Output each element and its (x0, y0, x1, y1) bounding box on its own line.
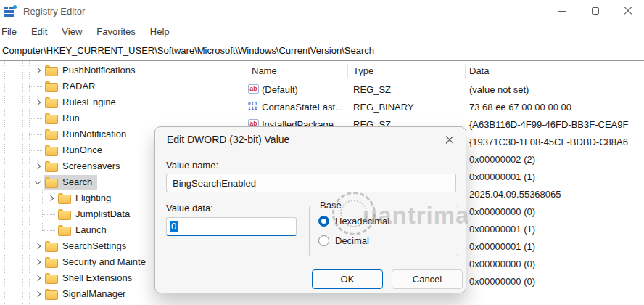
tree-item-rulesengine[interactable]: RulesEngine (0, 94, 244, 110)
folder-icon (45, 145, 57, 155)
folder-icon (45, 81, 57, 91)
chevron-right-icon[interactable] (32, 288, 44, 300)
tree-item-label: RADAR (62, 81, 96, 92)
tree-item-label: SignalManager (62, 288, 125, 299)
folder-icon (45, 289, 57, 298)
folder-icon (45, 273, 57, 282)
ok-button[interactable]: OK (312, 269, 383, 289)
tree-connector (45, 208, 57, 220)
binary-glyph: 110 (248, 106, 259, 110)
cancel-button[interactable]: Cancel (392, 269, 463, 289)
value-data: 0x00000002 (2) (469, 154, 535, 165)
tree-item-label: Run (62, 113, 80, 123)
selected-text: 0 (170, 221, 178, 232)
table-row[interactable]: ab (Default) REG_SZ (value not set) (244, 81, 644, 98)
value-data: {A63B116D-4F99-46FD-BB3F-CEA9F (469, 119, 628, 130)
ab-glyph: ab (249, 85, 257, 92)
value-data: 0x00000001 (1) (469, 224, 535, 235)
chevron-down-icon[interactable] (32, 176, 44, 188)
close-button[interactable] (611, 0, 644, 22)
table-row[interactable]: 011110 CortanaStateLast... REG_BINARY 73… (244, 98, 644, 115)
chevron-right-icon[interactable] (32, 272, 44, 284)
column-separator[interactable] (465, 64, 466, 78)
value-name-label: Value name: (166, 160, 218, 171)
column-header-name[interactable]: Name (252, 65, 277, 76)
tree-connector (32, 81, 44, 92)
value-name-field[interactable] (166, 174, 456, 192)
column-header-type[interactable]: Type (353, 65, 373, 76)
window-title: Registry Editor (23, 6, 85, 17)
tree-item-label: Launch (75, 224, 107, 235)
menu-edit[interactable]: Edit (24, 22, 54, 41)
chevron-right-icon[interactable] (32, 256, 44, 268)
tree-connector (45, 224, 57, 236)
value-data: 2025.04.09.55368065 (469, 189, 561, 200)
folder-icon (45, 241, 57, 251)
edit-dword-dialog: Edit DWORD (32-bit) Value Value name: Va… (154, 126, 466, 293)
base-groupbox: Base Hexadecimal Decimal (309, 206, 458, 256)
window-controls (546, 0, 644, 22)
folder-icon (45, 113, 57, 123)
chevron-right-icon[interactable] (32, 65, 44, 76)
dialog-close-button[interactable] (445, 136, 454, 145)
radio-unselected-icon (318, 235, 329, 246)
minimize-icon (558, 11, 566, 12)
registry-editor-app-icon (4, 5, 17, 17)
column-header-data[interactable]: Data (469, 65, 489, 76)
tree-item-label: SearchSettings (62, 240, 126, 251)
tree-item-label: RunNotification (62, 129, 126, 139)
menu-bar: File Edit View Favorites Help (0, 22, 644, 41)
value-type: REG_BINARY (353, 102, 414, 113)
folder-icon (45, 177, 57, 187)
folder-icon (45, 161, 57, 171)
base-group-label: Base (316, 200, 345, 211)
folder-icon (45, 257, 57, 267)
value-data: 0x00000000 (0) (469, 259, 535, 269)
maximize-button[interactable] (579, 0, 611, 22)
value-data: 0x00000000 (0) (469, 276, 535, 287)
tree-item-label: Shell Extensions (62, 272, 132, 283)
menu-view[interactable]: View (54, 22, 89, 41)
radio-hexadecimal[interactable]: Hexadecimal (318, 216, 389, 227)
tree-item-label: Flighting (75, 192, 111, 203)
folder-icon (58, 225, 70, 235)
folder-icon (58, 209, 70, 219)
chevron-right-icon[interactable] (32, 160, 44, 172)
column-separator[interactable] (347, 64, 348, 78)
tree-item-pushnotifications[interactable]: PushNotifications (0, 62, 244, 78)
folder-icon (58, 193, 70, 203)
folder-icon (45, 65, 57, 75)
value-name: CortanaStateLast... (262, 102, 343, 113)
tree-item-run[interactable]: Run (0, 110, 244, 126)
list-header: Name Type Data (244, 61, 644, 81)
value-data-field[interactable]: 0 (166, 217, 297, 236)
value-name: (Default) (262, 84, 298, 95)
tree-item-label: RulesEngine (62, 97, 116, 107)
folder-icon (45, 97, 57, 107)
string-value-icon: ab (248, 84, 259, 94)
menu-favorites[interactable]: Favorites (89, 22, 142, 41)
dialog-title: Edit DWORD (32-bit) Value (167, 134, 289, 145)
value-type: REG_SZ (353, 84, 391, 95)
tree-connector (32, 145, 44, 156)
tree-item-radar[interactable]: RADAR (0, 78, 244, 94)
menu-help[interactable]: Help (143, 22, 177, 41)
chevron-right-icon[interactable] (32, 240, 44, 252)
menu-file[interactable]: File (0, 22, 24, 41)
chevron-right-icon[interactable] (45, 192, 57, 204)
radio-decimal[interactable]: Decimal (318, 235, 369, 246)
value-data: 0x00000001 (1) (469, 171, 535, 182)
registry-editor-window: Registry Editor File Edit View Favorites… (0, 0, 644, 305)
tree-item-label: Screensavers (62, 160, 120, 171)
binary-value-icon: 011110 (248, 102, 259, 111)
tree-item-label: RunOnce (62, 145, 102, 155)
address-bar[interactable]: Computer\HKEY_CURRENT_USER\Software\Micr… (0, 41, 644, 61)
value-data: (value not set) (469, 84, 529, 95)
chevron-right-icon[interactable] (32, 97, 44, 108)
folder-icon (45, 129, 57, 139)
radio-label: Decimal (335, 235, 369, 246)
value-data: 0x00000000 (0) (469, 206, 535, 217)
value-data-label: Value data: (166, 203, 213, 214)
minimize-button[interactable] (546, 0, 579, 22)
maximize-icon (592, 7, 599, 15)
